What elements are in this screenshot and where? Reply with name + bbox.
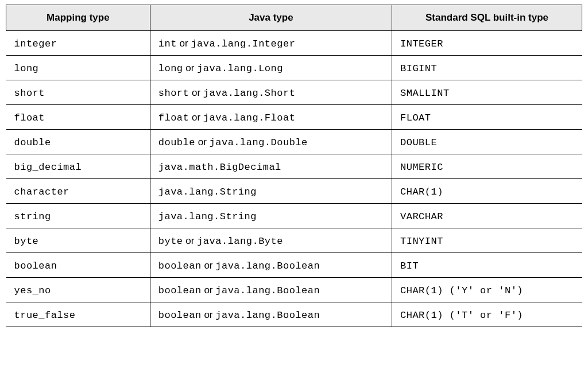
cell-sql-type: NUMERIC [392,154,582,179]
cell-java-type: byte or java.lang.Byte [150,228,392,253]
table-row: characterjava.lang.StringCHAR(1) [6,179,582,204]
header-java-type: Java type [150,5,392,31]
table-row: stringjava.lang.StringVARCHAR [6,204,582,228]
java-type-wrapper: java.lang.Byte [197,236,283,247]
java-type-primary: int [158,38,177,49]
cell-sql-type: CHAR(1) ('T' or 'F') [392,302,582,327]
cell-java-type: java.lang.String [150,204,392,228]
or-text: or [202,260,216,271]
or-text: or [177,38,191,49]
java-type-wrapper: java.lang.Double [210,137,308,148]
cell-sql-type: BIT [392,253,582,278]
java-type-primary: java.lang.String [158,211,257,222]
java-type-wrapper: java.lang.Short [203,88,296,99]
cell-mapping-type: string [6,204,150,228]
or-text: or [202,309,216,320]
table-row: doubledouble or java.lang.DoubleDOUBLE [6,130,582,154]
java-type-primary: float [158,112,189,123]
cell-mapping-type: float [6,105,150,130]
java-type-primary: short [158,88,189,99]
cell-java-type: long or java.lang.Long [150,56,392,80]
or-text: or [202,285,216,296]
cell-mapping-type: yes_no [6,278,150,302]
table-row: bytebyte or java.lang.ByteTINYINT [6,228,582,253]
java-type-primary: long [158,63,183,74]
java-type-wrapper: java.lang.Long [197,63,283,74]
cell-java-type: boolean or java.lang.Boolean [150,278,392,302]
java-type-wrapper: java.lang.Float [203,112,296,123]
table-row: yes_noboolean or java.lang.BooleanCHAR(1… [6,278,582,302]
cell-sql-type: VARCHAR [392,204,582,228]
table-row: true_falseboolean or java.lang.BooleanCH… [6,302,582,327]
cell-java-type: boolean or java.lang.Boolean [150,302,392,327]
or-text: or [195,137,210,147]
java-type-wrapper: java.lang.Integer [191,38,295,49]
cell-mapping-type: big_decimal [6,154,150,179]
cell-mapping-type: integer [6,31,150,56]
table-row: integerint or java.lang.IntegerINTEGER [6,31,582,56]
table-row: longlong or java.lang.LongBIGINT [6,56,582,80]
java-type-primary: boolean [158,310,202,321]
cell-java-type: boolean or java.lang.Boolean [150,253,392,278]
java-type-wrapper: java.lang.Boolean [215,261,320,271]
java-type-wrapper: java.lang.Boolean [215,310,320,321]
cell-sql-type: BIGINT [392,56,582,80]
type-mapping-table: Mapping type Java type Standard SQL buil… [6,5,582,327]
cell-sql-type: FLOAT [392,105,582,130]
cell-java-type: int or java.lang.Integer [150,31,392,56]
header-mapping-type: Mapping type [6,5,150,31]
cell-mapping-type: long [6,56,150,80]
or-text: or [183,235,198,246]
java-type-primary: boolean [158,285,202,296]
cell-java-type: float or java.lang.Float [150,105,392,130]
cell-mapping-type: byte [6,228,150,253]
java-type-primary: boolean [158,261,202,271]
java-type-wrapper: java.lang.Boolean [215,285,320,296]
cell-mapping-type: character [6,179,150,204]
table-row: big_decimaljava.math.BigDecimalNUMERIC [6,154,582,179]
java-type-primary: double [158,137,195,148]
cell-java-type: double or java.lang.Double [150,130,392,154]
header-sql-type: Standard SQL built-in type [392,5,582,31]
cell-mapping-type: true_false [6,302,150,327]
table-row: floatfloat or java.lang.FloatFLOAT [6,105,582,130]
table-row: shortshort or java.lang.ShortSMALLINT [6,80,582,105]
cell-java-type: java.lang.String [150,179,392,204]
cell-sql-type: INTEGER [392,31,582,56]
table-row: booleanboolean or java.lang.BooleanBIT [6,253,582,278]
or-text: or [189,112,203,123]
cell-sql-type: CHAR(1) ('Y' or 'N') [392,278,582,302]
cell-java-type: java.math.BigDecimal [150,154,392,179]
or-text: or [183,63,198,73]
cell-sql-type: TINYINT [392,228,582,253]
cell-mapping-type: boolean [6,253,150,278]
cell-mapping-type: double [6,130,150,154]
cell-sql-type: DOUBLE [392,130,582,154]
table-header-row: Mapping type Java type Standard SQL buil… [6,5,582,31]
cell-mapping-type: short [6,80,150,105]
cell-java-type: short or java.lang.Short [150,80,392,105]
java-type-primary: java.lang.String [158,187,257,197]
java-type-primary: byte [158,236,183,247]
cell-sql-type: CHAR(1) [392,179,582,204]
cell-sql-type: SMALLINT [392,80,582,105]
java-type-primary: java.math.BigDecimal [158,162,281,173]
or-text: or [189,87,203,98]
